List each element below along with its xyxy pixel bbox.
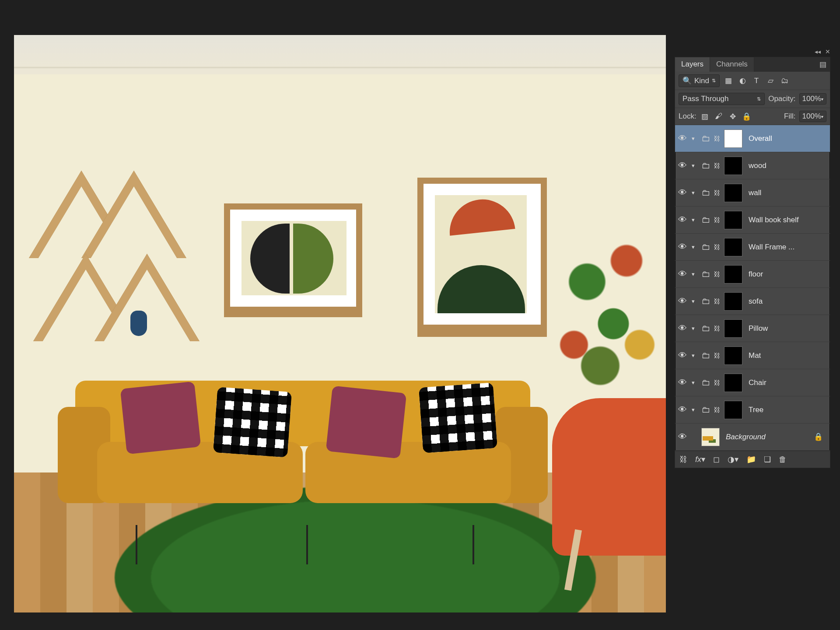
filter-adjust-icon[interactable]: ◐: [737, 76, 748, 85]
background-lock-icon[interactable]: 🔒: [814, 432, 823, 441]
link-layers-icon[interactable]: ⛓: [679, 455, 687, 464]
layer-name[interactable]: sofa: [749, 297, 763, 306]
tab-channels[interactable]: Channels: [710, 57, 754, 72]
expand-toggle-icon[interactable]: ▾: [692, 379, 700, 386]
mask-link-icon[interactable]: ⛓: [714, 298, 722, 305]
layer-mask-thumbnail[interactable]: [724, 211, 742, 229]
layer-name[interactable]: Chair: [749, 378, 766, 387]
panel-menu-icon[interactable]: ▤: [816, 57, 830, 72]
mask-link-icon[interactable]: ⛓: [714, 352, 722, 359]
new-adjustment-icon[interactable]: ◑▾: [728, 455, 738, 464]
tab-layers[interactable]: Layers: [675, 57, 710, 72]
new-group-icon[interactable]: 📁: [746, 455, 756, 464]
layer-row[interactable]: 👁▾🗀⛓Chair: [675, 369, 830, 396]
visibility-toggle-icon[interactable]: 👁: [675, 296, 690, 306]
visibility-toggle-icon[interactable]: 👁: [675, 323, 690, 333]
visibility-toggle-icon[interactable]: 👁: [675, 161, 690, 171]
folder-icon: 🗀: [701, 242, 712, 252]
add-mask-icon[interactable]: ◻: [713, 455, 720, 464]
filter-smart-icon[interactable]: 🗂: [779, 77, 790, 85]
layer-row[interactable]: 👁▾🗀⛓sofa: [675, 288, 830, 315]
visibility-toggle-icon[interactable]: 👁: [675, 405, 690, 415]
layer-mask-thumbnail[interactable]: [724, 265, 742, 284]
layer-mask-thumbnail[interactable]: [724, 238, 742, 256]
mask-link-icon[interactable]: ⛓: [714, 162, 722, 169]
layer-name[interactable]: wall: [749, 189, 761, 197]
filter-pixel-icon[interactable]: ▦: [723, 76, 734, 85]
layer-row[interactable]: 👁▾🗀⛓Wall Frame ...: [675, 234, 830, 261]
document-canvas[interactable]: [14, 35, 666, 612]
layer-row[interactable]: 👁▾🗀⛓Overall: [675, 125, 830, 152]
mask-link-icon[interactable]: ⛓: [714, 325, 722, 332]
expand-toggle-icon[interactable]: ▾: [692, 406, 700, 413]
layer-mask-thumbnail[interactable]: [724, 292, 742, 311]
layer-name[interactable]: Pillow: [749, 324, 768, 333]
visibility-toggle-icon[interactable]: 👁: [675, 378, 690, 388]
layer-mask-thumbnail[interactable]: [724, 346, 742, 365]
layer-name[interactable]: Background: [726, 433, 766, 441]
scene-chair: [552, 398, 666, 556]
expand-toggle-icon[interactable]: ▾: [692, 135, 700, 142]
layer-row[interactable]: 👁▾🗀⛓Mat: [675, 342, 830, 369]
expand-toggle-icon[interactable]: ▾: [692, 162, 700, 169]
layer-row[interactable]: 👁▾🗀⛓Pillow: [675, 315, 830, 342]
expand-toggle-icon[interactable]: ▾: [692, 352, 700, 359]
layer-row[interactable]: 👁▾🗀⛓wood: [675, 152, 830, 179]
lock-all-icon[interactable]: 🔒: [742, 112, 752, 121]
layer-mask-thumbnail[interactable]: [724, 319, 742, 338]
layer-mask-thumbnail[interactable]: [724, 157, 742, 175]
layer-row[interactable]: 👁▾🗀⛓floor: [675, 261, 830, 288]
filter-type-icon[interactable]: T: [751, 77, 762, 85]
expand-toggle-icon[interactable]: ▾: [692, 189, 700, 196]
layer-name[interactable]: Wall book shelf: [749, 216, 799, 224]
filter-kind-dropdown[interactable]: 🔍 Kind ⇅: [679, 74, 720, 87]
delete-layer-icon[interactable]: 🗑: [779, 455, 787, 464]
mask-link-icon[interactable]: ⛓: [714, 406, 722, 413]
mask-link-icon[interactable]: ⛓: [714, 135, 722, 142]
layer-name[interactable]: Mat: [749, 351, 761, 360]
expand-toggle-icon[interactable]: ▾: [692, 271, 700, 277]
visibility-toggle-icon[interactable]: 👁: [675, 269, 690, 279]
fill-input[interactable]: 100% ▾: [799, 111, 826, 122]
layer-mask-thumbnail[interactable]: [724, 401, 742, 419]
layer-row-background[interactable]: 👁Background🔒: [675, 424, 830, 451]
layer-name[interactable]: Overall: [749, 134, 772, 143]
visibility-toggle-icon[interactable]: 👁: [675, 133, 690, 144]
expand-toggle-icon[interactable]: ▾: [692, 244, 700, 250]
panel-collapse-icon[interactable]: ◂◂: [815, 48, 821, 55]
lock-transparency-icon[interactable]: ▨: [700, 112, 710, 121]
layer-mask-thumbnail[interactable]: [724, 130, 742, 148]
layer-name[interactable]: Tree: [749, 406, 763, 414]
visibility-toggle-icon[interactable]: 👁: [675, 242, 690, 252]
layer-mask-thumbnail[interactable]: [724, 374, 742, 392]
layer-name[interactable]: wood: [749, 161, 766, 170]
visibility-toggle-icon[interactable]: 👁: [675, 188, 690, 198]
blend-mode-dropdown[interactable]: Pass Through ⇅: [679, 93, 765, 105]
lock-position-icon[interactable]: ✥: [728, 112, 738, 121]
expand-toggle-icon[interactable]: ▾: [692, 325, 700, 332]
visibility-toggle-icon[interactable]: 👁: [675, 215, 690, 225]
mask-link-icon[interactable]: ⛓: [714, 216, 722, 224]
visibility-toggle-icon[interactable]: 👁: [675, 350, 690, 360]
layer-row[interactable]: 👁▾🗀⛓Tree: [675, 396, 830, 424]
mask-link-icon[interactable]: ⛓: [714, 270, 722, 278]
layer-fx-icon[interactable]: fx▾: [695, 455, 705, 464]
filter-shape-icon[interactable]: ▱: [765, 76, 776, 85]
layer-mask-thumbnail[interactable]: [724, 184, 742, 202]
layer-thumbnail[interactable]: [701, 428, 720, 446]
mask-link-icon[interactable]: ⛓: [714, 189, 722, 196]
mask-link-icon[interactable]: ⛓: [714, 243, 722, 251]
layer-row[interactable]: 👁▾🗀⛓wall: [675, 179, 830, 206]
opacity-input[interactable]: 100% ▾: [799, 93, 826, 105]
panel-close-icon[interactable]: ✕: [825, 48, 830, 55]
layer-name[interactable]: Wall Frame ...: [749, 243, 794, 252]
mask-link-icon[interactable]: ⛓: [714, 379, 722, 386]
expand-toggle-icon[interactable]: ▾: [692, 217, 700, 223]
layer-name[interactable]: floor: [749, 270, 763, 279]
layer-row[interactable]: 👁▾🗀⛓Wall book shelf: [675, 206, 830, 234]
visibility-toggle-icon[interactable]: 👁: [675, 432, 690, 442]
new-layer-icon[interactable]: ❏: [764, 455, 771, 464]
layer-list[interactable]: 👁▾🗀⛓Overall👁▾🗀⛓wood👁▾🗀⛓wall👁▾🗀⛓Wall book…: [675, 125, 830, 451]
lock-pixels-icon[interactable]: 🖌: [714, 112, 724, 121]
expand-toggle-icon[interactable]: ▾: [692, 298, 700, 304]
